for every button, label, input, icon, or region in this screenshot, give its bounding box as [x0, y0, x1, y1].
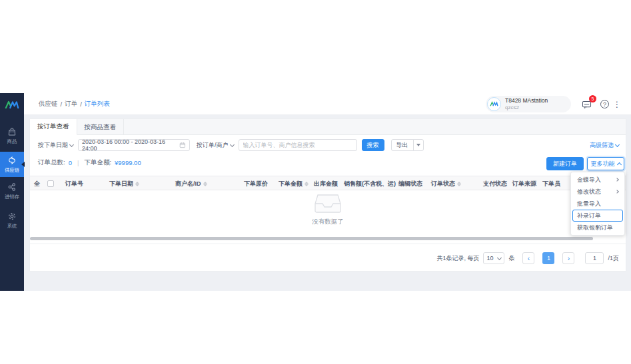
- search-button[interactable]: 搜索: [362, 139, 384, 151]
- chevron-down-icon: [497, 255, 502, 260]
- tab-by-product[interactable]: 按商品查看: [77, 119, 125, 135]
- chevron-down-icon: [615, 142, 620, 146]
- col-pay-status: 支付状态: [483, 176, 507, 191]
- next-page-button[interactable]: ›: [562, 252, 574, 264]
- breadcrumb: 供应链 / 订单 / 订单列表: [39, 93, 110, 115]
- new-order-button[interactable]: 新建订单: [546, 157, 584, 170]
- search-type-dropdown[interactable]: 按订单/商户: [197, 141, 234, 150]
- sidebar-item-inventory[interactable]: 进销存: [0, 178, 24, 204]
- sidebar-item-label: 商品: [7, 138, 17, 144]
- pagination-total: 共1条记录, 每页: [436, 254, 479, 263]
- tab-label: 按商品查看: [85, 123, 117, 132]
- app-window: 商品 供应链 进销存: [0, 93, 631, 291]
- order-count-label: 订单总数:: [38, 158, 65, 167]
- gear-icon: [7, 212, 17, 221]
- chevron-left-icon: ‹: [528, 255, 530, 262]
- caret-down-icon: [416, 144, 420, 146]
- menu-item-kingdee-import[interactable]: 金蝶导入: [572, 174, 623, 186]
- order-amount-label: 下单金额:: [84, 158, 111, 167]
- breadcrumb-separator: /: [80, 100, 82, 108]
- avatar-logo-icon: [490, 101, 498, 107]
- help-icon: ?: [603, 101, 606, 108]
- menu-item-batch-import[interactable]: 批量导入: [572, 198, 623, 210]
- select-all-checkbox[interactable]: [47, 180, 54, 187]
- chevron-up-icon: [616, 162, 621, 166]
- export-dropdown-button[interactable]: [413, 139, 424, 151]
- topbar: 供应链 / 订单 / 订单列表 T8428 MAstation qzcs2: [24, 93, 631, 115]
- calendar-icon: [179, 142, 186, 148]
- breadcrumb-separator: /: [61, 100, 63, 108]
- user-name: T8428 MAstation: [505, 98, 548, 104]
- select-all-checkbox-wrap: [47, 176, 54, 191]
- col-order-date[interactable]: 下单日期: [109, 176, 139, 191]
- date-range-picker[interactable]: 2020-03-16 00:00 - 2020-03-16 24:00: [78, 139, 190, 151]
- avatar: [487, 97, 501, 111]
- empty-text: 没有数据了: [312, 218, 344, 226]
- divider: [30, 244, 626, 244]
- page-jump-input[interactable]: [585, 252, 604, 264]
- app-logo: [0, 96, 24, 113]
- help-button[interactable]: ?: [600, 100, 609, 108]
- col-original-price: 下单原价: [244, 176, 268, 191]
- order-amount-value: ¥9999.00: [115, 159, 141, 166]
- sidebar-item-label: 系统: [7, 222, 17, 229]
- col-order-clerk: 下单员: [542, 176, 560, 191]
- notifications-button[interactable]: 5: [580, 98, 592, 110]
- new-order-label: 新建订单: [553, 160, 577, 168]
- breadcrumb-item[interactable]: 供应链: [39, 100, 58, 108]
- col-order-amount[interactable]: 下单金额: [279, 176, 309, 191]
- tab-label: 按订单查看: [37, 122, 69, 131]
- tab-by-order[interactable]: 按订单查看: [30, 119, 77, 135]
- chevron-right-icon: [615, 178, 619, 182]
- more-menu-button[interactable]: ⋮: [611, 98, 623, 110]
- sidebar-item-goods[interactable]: 商品: [0, 123, 24, 148]
- stats-divider: |: [77, 159, 79, 166]
- export-button-label: 导出: [396, 141, 408, 150]
- empty-state: 没有数据了: [30, 194, 626, 226]
- scrollbar-thumb[interactable]: [30, 237, 593, 240]
- search-input[interactable]: [239, 139, 357, 151]
- kebab-icon: ⋮: [613, 100, 621, 109]
- user-subname: qzcs2: [505, 104, 548, 110]
- supply-chain-icon: [7, 156, 17, 165]
- sidebar-item-supply-chain[interactable]: 供应链: [0, 152, 24, 177]
- inventory-icon: [7, 182, 17, 192]
- filter-bar: 按下单日期 2020-03-16 00:00 - 2020-03-16 24:0…: [30, 135, 626, 155]
- select-all-label: 全: [34, 176, 40, 191]
- sort-icon: [457, 182, 461, 186]
- more-functions-label: 更多功能: [591, 160, 615, 168]
- sidebar-item-system[interactable]: 系统: [0, 208, 24, 233]
- page-size-select[interactable]: 10: [483, 252, 504, 264]
- date-range-value: 2020-03-16 00:00 - 2020-03-16 24:00: [82, 138, 179, 152]
- user-name-block: T8428 MAstation qzcs2: [505, 98, 548, 110]
- search-type-label: 按订单/商户: [197, 141, 229, 150]
- horizontal-scrollbar: [30, 237, 626, 241]
- col-merchant[interactable]: 商户名/ID: [175, 176, 207, 191]
- col-sales: 销售额(不含税、运): [344, 176, 396, 191]
- sort-icon: [135, 182, 139, 186]
- advanced-filter-link[interactable]: 高级筛选: [590, 135, 619, 155]
- user-menu[interactable]: T8428 MAstation qzcs2: [486, 96, 571, 112]
- pagination-total-pages: /1页: [608, 254, 619, 263]
- chevron-right-icon: ›: [568, 255, 570, 262]
- export-button-group: 导出: [391, 139, 424, 151]
- chevron-right-icon: [615, 190, 619, 194]
- menu-item-supplement-order[interactable]: 补录订单: [572, 210, 623, 222]
- page-1-button[interactable]: 1: [542, 252, 554, 264]
- col-order-source: 订单来源: [512, 176, 536, 191]
- col-order-status[interactable]: 订单状态: [431, 176, 461, 191]
- pagination: 共1条记录, 每页 10 条 ‹ 1 › /1页: [436, 246, 619, 271]
- col-order-no: 订单号: [65, 176, 83, 191]
- advanced-filter-label: 高级筛选: [590, 141, 614, 150]
- more-functions-button[interactable]: 更多功能: [587, 157, 624, 170]
- prev-page-button[interactable]: ‹: [522, 252, 534, 264]
- export-button[interactable]: 导出: [391, 139, 414, 151]
- screen: 商品 供应链 进销存: [0, 0, 631, 364]
- date-type-dropdown[interactable]: 按下单日期: [38, 141, 73, 150]
- menu-item-modify-status[interactable]: 修改状态: [572, 186, 623, 198]
- sidebar: 商品 供应链 进销存: [0, 93, 24, 291]
- breadcrumb-item[interactable]: 订单: [65, 100, 77, 108]
- menu-item-get-pos-orders[interactable]: 获取银豹订单: [572, 222, 623, 234]
- table-header: 全 订单号 下单日期 商户名/ID 下单原价 下单金额 出库金额 销售额(不含税…: [30, 176, 626, 190]
- order-count-value: 0: [69, 159, 72, 166]
